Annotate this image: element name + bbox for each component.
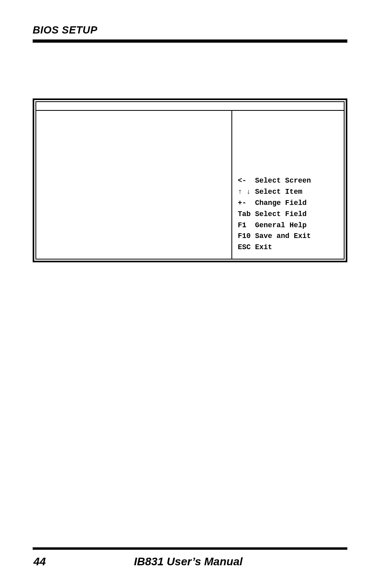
bios-help-pane: <- Select Screen ↑ ↓ Select Item +- Chan… (232, 111, 344, 259)
help-label: Save and Exit (255, 232, 311, 240)
bios-body: <- Select Screen ↑ ↓ Select Item +- Chan… (36, 111, 344, 259)
help-line-general-help: F1 General Help (238, 220, 338, 231)
help-key: F1 (238, 220, 247, 231)
footer-row: 44 IB831 User’s Manual (33, 555, 347, 572)
help-key: Tab (238, 209, 251, 220)
help-line-tab-select-field: Tab Select Field (238, 209, 338, 220)
help-key: <- (238, 175, 247, 187)
arrow-up-down-icon: ↑ ↓ (238, 187, 251, 198)
help-key: +- (238, 198, 247, 209)
bios-panel-inner: <- Select Screen ↑ ↓ Select Item +- Chan… (35, 101, 345, 260)
help-label: General Help (255, 221, 307, 229)
help-label: Select Screen (255, 177, 311, 185)
header-title: BIOS SETUP (33, 24, 347, 36)
help-label: Select Field (255, 210, 307, 218)
help-line-select-item: ↑ ↓ Select Item (238, 187, 338, 198)
page-header: BIOS SETUP (33, 24, 347, 43)
page-container: BIOS SETUP <- Select Screen ↑ ↓ Select I… (0, 0, 380, 588)
bios-title-bar (36, 102, 344, 111)
help-label: Exit (255, 243, 272, 251)
help-label: Select Item (255, 188, 302, 196)
help-line-esc-exit: ESC Exit (238, 242, 338, 253)
header-rule (33, 39, 347, 43)
help-key: ESC (238, 242, 251, 253)
help-spacer (238, 116, 338, 175)
help-line-select-screen: <- Select Screen (238, 175, 338, 187)
help-key: F10 (238, 231, 251, 242)
footer-rule (33, 547, 347, 550)
bios-panel: <- Select Screen ↑ ↓ Select Item +- Chan… (33, 98, 347, 262)
help-line-save-exit: F10 Save and Exit (238, 231, 338, 242)
help-label: Change Field (255, 199, 307, 207)
manual-title: IB831 User’s Manual (46, 555, 331, 568)
page-number: 44 (33, 555, 46, 568)
help-line-change-field: +- Change Field (238, 198, 338, 209)
bios-main-area (36, 111, 232, 259)
page-footer: 44 IB831 User’s Manual (33, 547, 347, 572)
